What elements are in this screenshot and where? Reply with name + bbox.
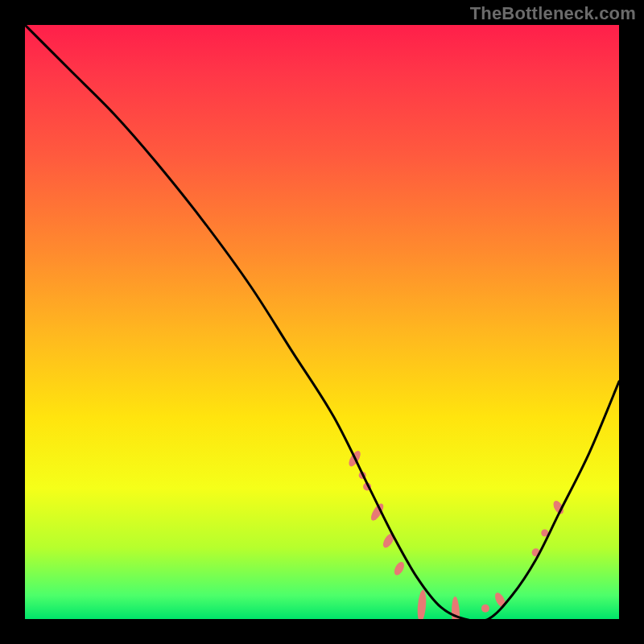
curve-marker (416, 589, 427, 619)
curve-marker (381, 531, 396, 549)
bottleneck-curve (25, 25, 619, 619)
curve-svg (25, 25, 619, 619)
curve-marker (392, 560, 406, 577)
markers-group (347, 449, 566, 619)
curve-marker (493, 591, 507, 609)
attribution-label: TheBottleneck.com (470, 3, 636, 24)
plot-area (25, 25, 619, 619)
chart-frame: TheBottleneck.com (0, 0, 644, 644)
curve-marker (481, 605, 489, 613)
